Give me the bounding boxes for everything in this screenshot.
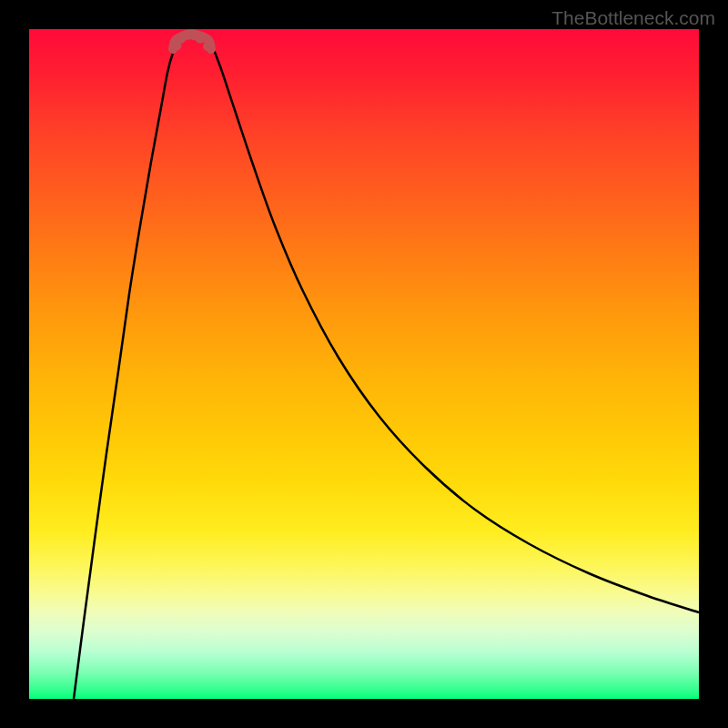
curve-svg (29, 29, 699, 699)
trough-dot (196, 34, 206, 44)
trough-dot (203, 42, 212, 51)
curve-right-branch (207, 36, 699, 612)
chart-frame (29, 29, 699, 699)
plot-area (29, 29, 699, 699)
watermark-text: TheBottleneck.com (551, 7, 715, 29)
curve-left-branch (74, 36, 184, 699)
